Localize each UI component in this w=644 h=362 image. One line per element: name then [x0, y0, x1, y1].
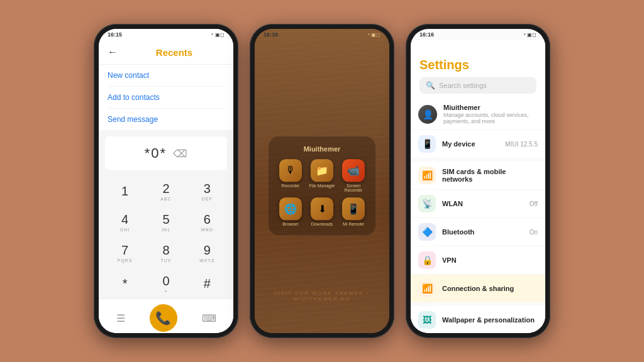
search-bar[interactable]: 🔍 Search settings [419, 77, 536, 94]
status-icons-3: * ▣◻ [524, 32, 536, 38]
menu-icon[interactable]: ☰ [116, 312, 125, 324]
display-section: 🖼 Wallpaper & personalization 🔓 Always-o… [411, 306, 545, 333]
bt-info: Bluetooth [442, 228, 523, 236]
bt-value: On [530, 229, 538, 236]
profile-item[interactable]: 👤 Miuithemer Manage accounts, cloud serv… [411, 99, 545, 130]
key-4[interactable]: 4GHI [105, 207, 145, 237]
wlan-item[interactable]: 📡 WLAN Off [411, 190, 545, 218]
profile-sub: Manage accounts, cloud services, payment… [443, 112, 538, 124]
vpn-icon: 🔒 [418, 251, 436, 269]
recorder-icon: 🎙 [279, 159, 302, 182]
browser-label: Browser [282, 222, 299, 226]
bluetooth-item[interactable]: 🔷 Bluetooth On [411, 218, 545, 246]
phone-settings: 16:16 * ▣◻ Settings 🔍 Search settings 👤 … [406, 24, 550, 338]
my-device-item[interactable]: 📱 My device MIUI 12.5.5 [411, 130, 545, 158]
key-5[interactable]: 5JKL [146, 207, 186, 237]
bluetooth-icon: 🔷 [418, 223, 436, 241]
contact-actions: New contact Add to contacts Send message [99, 65, 233, 130]
time-2: 16:16 [264, 31, 278, 38]
wlan-info: WLAN [442, 200, 523, 207]
sim-item[interactable]: 📶 SIM cards & mobile networks [411, 162, 545, 190]
key-8[interactable]: 8TUV [146, 238, 186, 268]
connection-sharing-item[interactable]: 📶 Connection & sharing [411, 275, 545, 302]
call-button[interactable]: 📞 [150, 304, 177, 332]
search-icon: 🔍 [426, 81, 435, 90]
miremote-icon: 📱 [342, 197, 365, 220]
app-browser[interactable]: 🌐 Browser [277, 197, 304, 226]
status-bar-1: 16:15 * ▣◻ [99, 29, 233, 40]
sim-info: SIM cards & mobile networks [442, 168, 538, 183]
time-1: 16:15 [108, 31, 122, 38]
share-icon: 📶 [418, 280, 436, 297]
wlan-title: WLAN [442, 200, 523, 207]
network-section: 📶 SIM cards & mobile networks 📡 WLAN Off… [411, 162, 545, 302]
app-filemanager[interactable]: 📁 File Manager [309, 159, 335, 192]
settings-header: Settings 🔍 Search settings [411, 40, 545, 99]
share-info: Connection & sharing [442, 285, 538, 292]
sim-icon: 📶 [418, 167, 436, 184]
phone-home: 16:16 * ▣◻ Miuithemer 🎙 Recorder 📁 File … [250, 24, 394, 338]
key-2[interactable]: 2ABC [146, 177, 186, 206]
dialer-bottom: ☰ 📞 ⌨ [99, 299, 233, 333]
app-grid: 🎙 Recorder 📁 File Manager 📹 Screen Recor… [277, 159, 367, 226]
time-3: 16:16 [419, 31, 434, 38]
settings-screen: 16:16 * ▣◻ Settings 🔍 Search settings 👤 … [411, 29, 545, 333]
key-9[interactable]: 9WXYZ [187, 238, 227, 268]
vpn-item[interactable]: 🔒 VPN [411, 246, 545, 275]
phone-dialer: 16:15 * ▣◻ ← Recents New contact Add to … [94, 24, 238, 338]
home-screen: 16:16 * ▣◻ Miuithemer 🎙 Recorder 📁 File … [255, 29, 389, 333]
share-title: Connection & sharing [442, 285, 538, 292]
status-icons-1: * ▣◻ [211, 32, 225, 38]
back-button[interactable]: ← [108, 47, 118, 58]
vpn-title: VPN [442, 256, 538, 264]
add-to-contacts-link[interactable]: Add to contacts [108, 87, 225, 109]
dialer-screen: 16:15 * ▣◻ ← Recents New contact Add to … [99, 29, 233, 333]
profile-name: Miuithemer [443, 104, 538, 111]
screenrecorder-label: Screen Recorder [340, 184, 367, 192]
device-value: MIUI 12.5.5 [505, 141, 538, 148]
status-icons-2: * ▣◻ [368, 32, 380, 38]
filemanager-icon: 📁 [311, 159, 333, 182]
profile-info: Miuithemer Manage accounts, cloud servic… [443, 104, 538, 124]
dial-number: *0* [145, 145, 167, 162]
dial-display: *0* ⌫ [105, 136, 227, 170]
key-3[interactable]: 3DEF [187, 177, 227, 206]
app-miremote[interactable]: 📱 Mi Remote [340, 197, 367, 226]
app-folder[interactable]: Miuithemer 🎙 Recorder 📁 File Manager 📹 S… [269, 136, 375, 235]
key-0[interactable]: 0+ [146, 269, 186, 299]
dial-grid: 1 2ABC 3DEF 4GHI 5JKL 6MNO 7PQRS 8TUV 9W… [99, 177, 233, 299]
app-recorder[interactable]: 🎙 Recorder [277, 159, 304, 192]
device-info: My device [442, 140, 499, 148]
watermark: VISIT FOR MORE THEMES – MIUITHEMER.EU [255, 290, 389, 302]
browser-icon: 🌐 [279, 197, 302, 220]
filemanager-label: File Manager [309, 184, 335, 188]
status-bar-3: 16:16 * ▣◻ [411, 29, 545, 40]
vpn-info: VPN [442, 256, 538, 264]
key-6[interactable]: 6MNO [187, 207, 227, 237]
key-star[interactable]: * [105, 269, 145, 299]
recents-title: Recents [124, 47, 225, 58]
wallpaper-item[interactable]: 🖼 Wallpaper & personalization [411, 306, 545, 333]
key-hash[interactable]: # [187, 269, 227, 299]
wlan-value: Off [530, 200, 538, 207]
settings-list: 👤 Miuithemer Manage accounts, cloud serv… [411, 99, 545, 333]
send-message-link[interactable]: Send message [108, 109, 225, 130]
search-placeholder: Search settings [439, 82, 487, 89]
profile-section: 👤 Miuithemer Manage accounts, cloud serv… [411, 99, 545, 158]
wlan-icon: 📡 [418, 195, 436, 212]
device-icon: 📱 [418, 135, 436, 153]
key-1[interactable]: 1 [105, 177, 145, 206]
folder-title: Miuithemer [277, 145, 367, 153]
key-7[interactable]: 7PQRS [105, 238, 145, 268]
keypad-icon[interactable]: ⌨ [202, 312, 216, 324]
bt-title: Bluetooth [442, 228, 523, 236]
profile-avatar: 👤 [418, 105, 437, 124]
delete-button[interactable]: ⌫ [173, 148, 187, 160]
new-contact-link[interactable]: New contact [108, 65, 225, 87]
settings-title: Settings [419, 58, 536, 72]
status-bar-2: 16:16 * ▣◻ [255, 29, 389, 40]
app-screenrecorder[interactable]: 📹 Screen Recorder [340, 159, 367, 192]
app-downloads[interactable]: ⬇ Downloads [309, 197, 335, 226]
device-title: My device [442, 140, 499, 148]
recorder-label: Recorder [282, 184, 300, 188]
